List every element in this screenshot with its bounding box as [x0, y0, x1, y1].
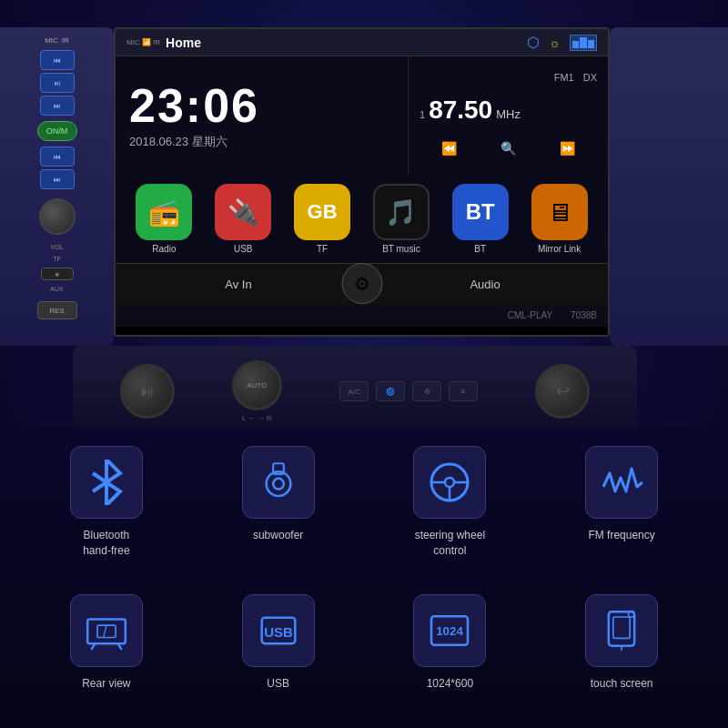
- svg-rect-8: [87, 620, 126, 644]
- play-pause-button[interactable]: ⏯: [40, 73, 75, 93]
- auto-knob[interactable]: AUTO: [232, 360, 282, 410]
- brand-label: CML-PLAY: [508, 310, 552, 320]
- mic-ir-label: MIC IR: [45, 36, 69, 45]
- mirrorlink-app[interactable]: 🖥 Mirror Link: [527, 184, 592, 254]
- usb-feature-label: USB: [267, 676, 289, 692]
- frequency-value: 87.50: [429, 96, 492, 125]
- res-button[interactable]: RES: [37, 301, 77, 319]
- volume-knob[interactable]: [39, 198, 76, 235]
- mode-button[interactable]: ≡: [449, 381, 478, 401]
- tf-app-icon: GB: [294, 184, 350, 240]
- usb-app-label: USB: [234, 244, 253, 254]
- steering-feature-icon-box: [413, 446, 486, 519]
- usb-feature-svg: USB: [256, 608, 301, 653]
- tf-app-label: TF: [317, 244, 328, 254]
- settings-button[interactable]: ⚙: [341, 263, 382, 304]
- play-knob[interactable]: ⏯: [120, 364, 175, 419]
- auto-knob-container: AUTO L ← → R: [232, 360, 282, 422]
- svg-point-4: [445, 478, 454, 487]
- svg-point-0: [266, 471, 290, 496]
- mic-status: MIC 📶 IR: [126, 38, 160, 46]
- bluetooth-feature: Bluetoothhand-free: [27, 446, 186, 581]
- radio-app-label: Radio: [152, 244, 176, 254]
- rearview-feature-label: Rear view: [82, 676, 130, 692]
- audio-button[interactable]: Audio: [362, 263, 608, 304]
- svg-text:1024: 1024: [437, 624, 464, 638]
- bt-app-label: BT: [474, 244, 486, 254]
- channel-number: 1: [420, 109, 425, 120]
- ac-controls: A/C 🌀 ⚙ ≡: [339, 381, 478, 401]
- next-button[interactable]: ⏭: [40, 96, 75, 116]
- fm-feature-svg: [599, 460, 644, 505]
- secondary-next[interactable]: ⏭: [40, 169, 75, 189]
- radio-section: FM1 DX 1 87.50 MHz ⏪ 🔍 ⏩: [408, 56, 608, 175]
- screen-main-area: 23:06 2018.06.23 星期六 FM1 DX 1 87.50 MHz …: [116, 56, 608, 175]
- res-label-container: RES: [37, 301, 77, 319]
- dashboard-controls: ⏯ AUTO L ← → R A/C 🌀 ⚙ ≡ ↩: [73, 346, 637, 437]
- fm-feature: FM frequency: [542, 446, 701, 581]
- search-button[interactable]: 🔍: [500, 141, 516, 156]
- touchscreen-feature-label: touch screen: [591, 676, 653, 692]
- svg-text:USB: USB: [264, 624, 293, 640]
- bluetooth-icon: ⬡: [527, 34, 540, 51]
- subwoofer-feature-svg: [256, 460, 301, 505]
- forward-button[interactable]: ⏩: [560, 141, 575, 156]
- usb-feature: USB USB: [199, 594, 358, 714]
- features-grid: Bluetoothhand-free subwoofer: [27, 446, 701, 714]
- frequency-display: 1 87.50 MHz: [420, 96, 597, 125]
- time-display: 23:06: [129, 82, 394, 129]
- secondary-buttons: ⏮ ⏭: [40, 147, 75, 189]
- prev-next-buttons: ⏮ ⏯ ⏭: [40, 50, 75, 116]
- resolution-feature-label: 1024*600: [427, 676, 473, 692]
- radio-app-icon: 📻: [136, 184, 192, 240]
- subwoofer-feature-icon-box: [242, 446, 315, 519]
- screen-header: MIC 📶 IR Home ⬡ ☼: [116, 29, 608, 56]
- steering-feature-label: steering wheelcontrol: [415, 528, 485, 559]
- resolution-feature-icon-box: 1024: [413, 594, 486, 667]
- temp-button[interactable]: ⚙: [412, 381, 441, 401]
- svg-line-10: [104, 626, 106, 638]
- fm1-label: FM1: [554, 72, 574, 83]
- tf-label: TF: [53, 256, 61, 262]
- subwoofer-feature-label: subwoofer: [253, 528, 303, 543]
- rearview-feature: Rear view: [27, 594, 186, 714]
- bluetooth-feature-label: Bluetoothhand-free: [83, 528, 129, 559]
- tf-app[interactable]: GB TF: [289, 184, 355, 254]
- radio-controls: ⏪ 🔍 ⏩: [420, 137, 597, 159]
- prev-button[interactable]: ⏮: [40, 50, 75, 70]
- av-in-button[interactable]: Av In: [116, 263, 362, 304]
- model-label: 7038B: [571, 310, 597, 320]
- on-off-button[interactable]: ON/M: [37, 121, 77, 141]
- equalizer-icon: [570, 35, 597, 51]
- usb-feature-icon-box: USB: [242, 594, 315, 667]
- header-icons: ⬡ ☼: [527, 34, 597, 51]
- screen-title: Home: [166, 35, 201, 50]
- time-section: 23:06 2018.06.23 星期六: [116, 56, 408, 175]
- ac-button[interactable]: A/C: [339, 381, 369, 401]
- usb-app[interactable]: 🔌 USB: [210, 184, 276, 254]
- bt-app-icon: BT: [452, 184, 509, 240]
- subwoofer-feature: subwoofer: [199, 446, 358, 581]
- rewind-button[interactable]: ⏪: [441, 141, 457, 156]
- touchscreen-feature-svg: [599, 608, 644, 653]
- secondary-prev[interactable]: ⏮: [40, 147, 75, 167]
- touchscreen-feature-icon-box: [585, 594, 658, 667]
- apps-grid: 📻 Radio 🔌 USB GB TF 🎵 BT music BT BT 🖥 M…: [116, 175, 608, 263]
- radio-app[interactable]: 📻 Radio: [131, 184, 197, 254]
- mirrorlink-app-icon: 🖥: [531, 184, 588, 240]
- vol-label: VOL: [50, 244, 63, 250]
- back-knob[interactable]: ↩: [535, 364, 590, 419]
- fm-feature-icon-box: [585, 446, 658, 519]
- main-screen: MIC 📶 IR Home ⬡ ☼ 23:06 2018.06.23 星期六 F…: [114, 27, 610, 337]
- screen-footer: CML-PLAY 7038B: [116, 304, 608, 327]
- fan-button[interactable]: 🌀: [376, 381, 405, 401]
- btmusic-app[interactable]: 🎵 BT music: [369, 184, 434, 254]
- bluetooth-feature-icon-box: [70, 446, 143, 519]
- mirrorlink-app-label: Mirror Link: [538, 244, 581, 254]
- left-control-panel: MIC IR ⏮ ⏯ ⏭ ON/M ⏮ ⏭ VOL TF ■ AUX RES: [0, 27, 114, 346]
- bt-app[interactable]: BT BT: [448, 184, 513, 254]
- frequency-unit: MHz: [496, 107, 521, 121]
- header-left: MIC 📶 IR Home: [126, 35, 201, 50]
- svg-rect-16: [613, 617, 630, 638]
- resolution-feature-svg: 1024: [427, 608, 472, 653]
